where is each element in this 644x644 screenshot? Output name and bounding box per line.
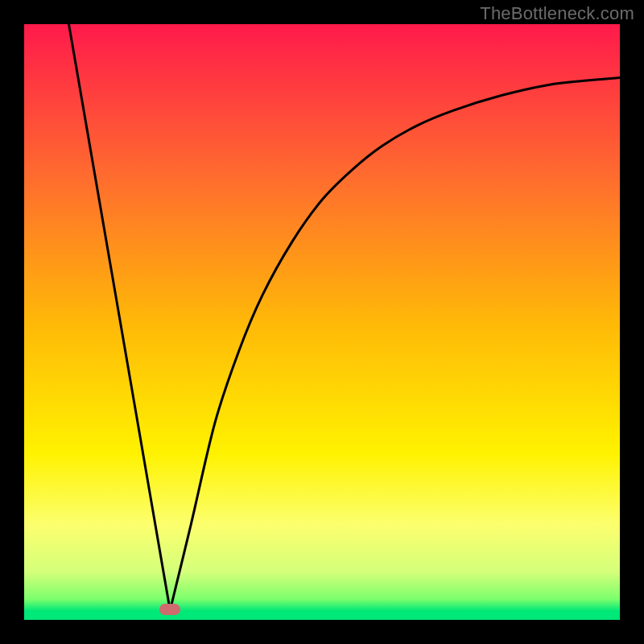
watermark-label: TheBottleneck.com bbox=[480, 3, 634, 24]
gradient-background bbox=[24, 24, 620, 620]
chart-svg bbox=[24, 24, 620, 620]
chart-frame bbox=[24, 24, 620, 620]
minimum-marker bbox=[159, 604, 180, 615]
